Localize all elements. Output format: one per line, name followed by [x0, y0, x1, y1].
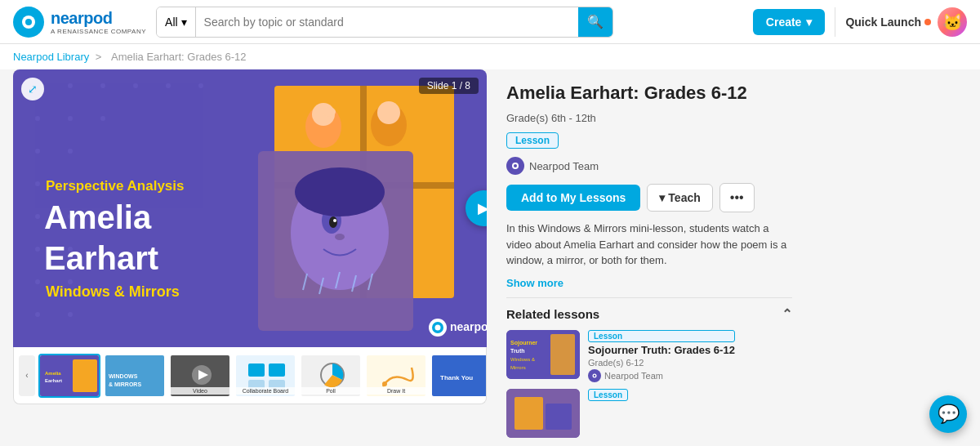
add-to-lessons-button[interactable]: Add to My Lessons: [506, 185, 640, 211]
quick-launch-label: Quick Launch: [845, 16, 921, 29]
thumbnail-5[interactable]: Poll: [300, 354, 362, 398]
svg-text:WINDOWS: WINDOWS: [109, 373, 138, 379]
svg-point-39: [295, 167, 385, 216]
chevron-down-icon: ▾: [659, 191, 665, 204]
slide-illustration: Perspective Analysis Amelia Earhart Wind…: [13, 69, 487, 347]
svg-rect-88: [546, 404, 572, 430]
slide-badge: Slide 1 / 8: [419, 78, 479, 94]
svg-text:Mirrors: Mirrors: [510, 365, 526, 370]
svg-text:Amelia: Amelia: [45, 371, 61, 376]
svg-point-37: [333, 219, 336, 222]
logo-main-text: nearpod: [51, 9, 146, 28]
svg-text:Perspective Analysis: Perspective Analysis: [46, 178, 184, 194]
chevron-down-icon: ▾: [181, 16, 187, 29]
expand-button[interactable]: ⤢: [21, 78, 44, 100]
related-lesson-thumb-2[interactable]: [506, 389, 580, 438]
related-author-row-1: Nearpod Team: [588, 369, 735, 382]
avatar[interactable]: 🐱: [938, 7, 967, 37]
thumbnail-2[interactable]: WINDOWS & MIRRORS: [104, 354, 166, 398]
related-grade-1: Grade(s) 6-12: [588, 358, 735, 368]
more-options-button[interactable]: •••: [719, 183, 755, 212]
svg-text:Amelia: Amelia: [44, 199, 152, 235]
teach-button[interactable]: ▾ Teach: [647, 184, 712, 212]
thumbnail-6[interactable]: Draw It: [365, 354, 427, 398]
teach-label: Teach: [668, 191, 700, 204]
quick-launch-button[interactable]: Quick Launch: [845, 16, 931, 29]
slide-container: Slide 1 / 8 ⤢: [13, 69, 487, 347]
svg-point-21: [35, 279, 40, 284]
search-button[interactable]: 🔍: [578, 7, 612, 38]
svg-text:Windows &: Windows &: [510, 357, 535, 362]
svg-point-24: [68, 312, 73, 317]
thumbnail-4[interactable]: Collaborate Board: [234, 354, 296, 398]
thumbnail-3[interactable]: Video: [169, 354, 231, 398]
thumbnail-5-label: Poll: [301, 387, 360, 395]
thumbnail-1[interactable]: Amelia Earhart: [38, 354, 100, 398]
svg-point-13: [35, 149, 40, 154]
search-bar: All ▾ 🔍: [156, 7, 613, 38]
related-badge-1: Lesson: [588, 330, 735, 342]
author-row: Nearpod Team: [506, 157, 792, 175]
right-panel: Amelia Earhart: Grades 6-12 Grade(s) 6th…: [487, 69, 805, 444]
thumbnail-strip: ‹ Amelia Earhart WINDOWS & MIRRORS: [13, 347, 487, 404]
svg-text:Thank You: Thank You: [440, 374, 473, 381]
svg-text:Windows & Mirrors: Windows & Mirrors: [46, 283, 180, 300]
play-icon: ▶: [478, 199, 487, 217]
related-header-label: Related lessons: [506, 307, 599, 321]
breadcrumb: Nearpod Library > Amelia Earhart: Grades…: [0, 44, 980, 69]
show-more-button[interactable]: Show more: [506, 277, 792, 289]
related-title-1[interactable]: Sojourner Truth: Grades 6-12: [588, 344, 735, 356]
svg-point-38: [335, 234, 345, 240]
thumbnail-6-label: Draw It: [367, 387, 425, 395]
chat-icon: 💬: [938, 404, 960, 425]
create-label: Create: [766, 16, 802, 29]
svg-rect-87: [514, 397, 543, 430]
svg-point-76: [514, 164, 517, 167]
svg-text:& MIRRORS: & MIRRORS: [109, 381, 141, 387]
action-row: Add to My Lessons ▾ Teach •••: [506, 183, 792, 212]
thumbnail-4-label: Collaborate Board: [236, 387, 295, 395]
lesson-description: In this Windows & Mirrors mini-lesson, s…: [506, 221, 792, 269]
related-lesson-item-2: Lesson: [506, 389, 792, 438]
related-badge-2: Lesson: [588, 389, 628, 401]
svg-point-15: [35, 181, 40, 186]
main-content: Slide 1 / 8 ⤢: [0, 69, 980, 444]
chat-button[interactable]: 💬: [929, 395, 967, 433]
logo-sub-text: A Renaissance Company: [51, 28, 146, 35]
svg-rect-64: [248, 363, 265, 377]
svg-point-71: [382, 381, 387, 386]
breadcrumb-separator: >: [96, 51, 102, 63]
thumbnail-3-label: Video: [171, 387, 229, 395]
filter-label: All: [165, 16, 178, 29]
prev-slide-button[interactable]: ‹: [19, 355, 35, 396]
breadcrumb-library-link[interactable]: Nearpod Library: [13, 51, 89, 63]
related-lesson-info-1: Lesson Sojourner Truth: Grades 6-12 Grad…: [588, 330, 735, 382]
svg-text:Earhart: Earhart: [45, 378, 62, 383]
svg-point-14: [68, 149, 73, 154]
svg-point-36: [329, 216, 337, 228]
svg-text:Truth: Truth: [510, 348, 525, 354]
search-filter-dropdown[interactable]: All ▾: [157, 7, 196, 37]
svg-point-11: [68, 116, 73, 121]
header: nearpod A Renaissance Company All ▾ 🔍 Cr…: [0, 0, 980, 44]
svg-point-32: [377, 101, 400, 124]
lesson-badge: Lesson: [506, 132, 792, 149]
related-lesson-thumb-1[interactable]: Sojourner Truth Windows & Mirrors: [506, 330, 580, 379]
collapse-related-button[interactable]: ⌃: [782, 306, 792, 322]
svg-rect-56: [73, 359, 97, 392]
create-button[interactable]: Create ▾: [753, 9, 826, 35]
notification-dot: [924, 19, 931, 25]
author-icon: [506, 157, 524, 175]
svg-point-8: [166, 83, 171, 88]
thumbnail-7[interactable]: Thank You: [430, 354, 487, 398]
logo: nearpod A Renaissance Company: [13, 7, 146, 38]
svg-point-23: [35, 312, 40, 317]
svg-point-9: [198, 83, 203, 88]
svg-point-12: [100, 116, 105, 121]
svg-text:Sojourner: Sojourner: [510, 340, 537, 346]
search-input[interactable]: [204, 16, 570, 29]
header-right: Create ▾ Quick Launch 🐱: [753, 7, 967, 37]
lesson-title: Amelia Earhart: Grades 6-12: [506, 83, 792, 104]
header-divider: [835, 7, 835, 37]
svg-point-2: [25, 19, 32, 25]
